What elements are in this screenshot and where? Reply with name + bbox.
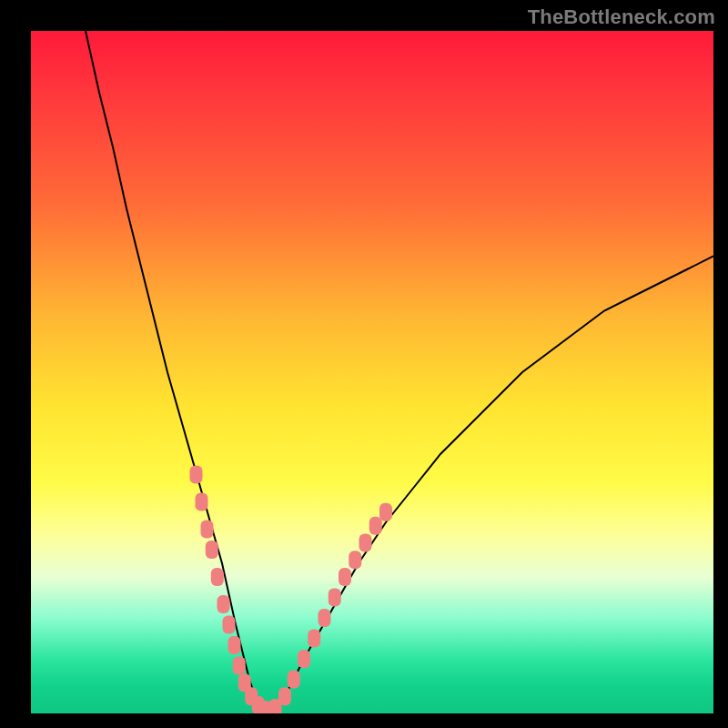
outer-frame: TheBottleneck.com bbox=[0, 0, 728, 728]
marker-dot bbox=[190, 466, 203, 484]
marker-dot bbox=[298, 650, 310, 668]
marker-dot bbox=[339, 568, 351, 586]
plot-area bbox=[31, 31, 713, 713]
marker-dot bbox=[217, 595, 230, 613]
marker-dot bbox=[308, 630, 320, 648]
marker-dot bbox=[359, 534, 372, 552]
marker-dot bbox=[288, 671, 300, 689]
marker-dot bbox=[349, 551, 361, 569]
marker-dot bbox=[379, 503, 392, 521]
marker-dot bbox=[318, 609, 331, 627]
series-bottleneck-curve bbox=[86, 31, 713, 713]
marker-dot bbox=[278, 687, 291, 705]
marker-dot bbox=[206, 541, 218, 559]
marker-dot bbox=[329, 589, 341, 607]
marker-dot bbox=[196, 493, 208, 511]
marker-dot bbox=[201, 521, 214, 539]
marker-dot bbox=[369, 517, 382, 535]
watermark-text: TheBottleneck.com bbox=[528, 5, 715, 29]
marker-dot bbox=[211, 568, 224, 586]
marker-dot bbox=[233, 657, 246, 675]
chart-svg bbox=[31, 31, 713, 713]
marker-dot bbox=[228, 636, 241, 654]
curve-layer bbox=[86, 31, 713, 713]
marker-dot bbox=[223, 616, 236, 634]
marker-layer bbox=[190, 466, 393, 714]
